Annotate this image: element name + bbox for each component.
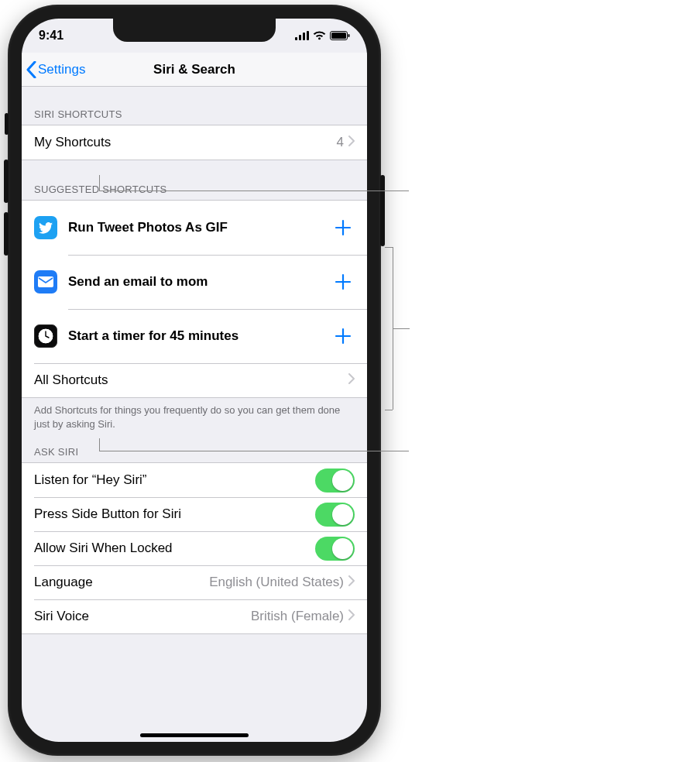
nav-title: Siri & Search [153,62,235,77]
add-shortcut-button[interactable] [331,216,355,239]
callout-line [393,328,410,329]
notch [113,19,276,42]
suggested-shortcuts-footer: Add Shortcuts for things you frequently … [22,398,367,434]
my-shortcuts-label: My Shortcuts [34,135,337,150]
plus-icon [335,273,352,290]
my-shortcuts-count: 4 [337,135,344,150]
callout-line [99,175,100,190]
cellular-signal-icon [295,31,309,40]
chevron-right-icon [348,372,355,388]
suggested-shortcut-row[interactable]: Send an email to mom [22,255,367,309]
all-shortcuts-cell[interactable]: All Shortcuts [22,363,367,397]
plus-icon [335,219,352,236]
suggested-shortcut-title: Run Tweet Photos As GIF [68,220,228,235]
svg-rect-2 [348,34,350,37]
section-header-ask-siri: Ask Siri [22,434,367,462]
callout-bracket [385,247,393,248]
siri-locked-toggle[interactable] [315,537,355,561]
all-shortcuts-label: All Shortcuts [34,372,348,388]
clock-icon [34,324,57,348]
mail-icon [34,270,57,293]
press-side-label: Press Side Button for Siri [34,506,315,522]
nav-back-label: Settings [38,62,85,77]
siri-locked-cell: Allow Siri When Locked [22,531,367,565]
home-indicator[interactable] [140,733,249,737]
side-power-button[interactable] [380,175,385,246]
nav-back-button[interactable]: Settings [26,53,85,86]
chevron-left-icon [26,61,36,78]
callout-line [99,190,409,191]
add-shortcut-button[interactable] [331,270,355,293]
suggested-shortcut-title: Send an email to mom [68,274,208,290]
add-shortcut-button[interactable] [331,324,355,348]
chevron-right-icon [348,575,355,590]
settings-scroll[interactable]: Siri Shortcuts My Shortcuts 4 Suggested … [22,87,367,742]
siri-voice-cell[interactable]: Siri Voice British (Female) [22,599,367,633]
section-header-suggested: Suggested Shortcuts [22,160,367,200]
siri-locked-label: Allow Siri When Locked [34,541,315,556]
svg-rect-1 [331,33,346,39]
language-cell[interactable]: Language English (United States) [22,565,367,599]
section-header-siri-shortcuts: Siri Shortcuts [22,87,367,125]
language-value: English (United States) [209,575,344,590]
twitter-icon [34,216,57,239]
suggested-shortcut-title: Start a timer for 45 minutes [68,328,238,344]
nav-bar: Settings Siri & Search [22,53,367,87]
status-time: 9:41 [39,29,63,43]
volume-up-button[interactable] [4,160,9,203]
press-side-cell: Press Side Button for Siri [22,497,367,531]
svg-rect-3 [38,276,53,287]
siri-voice-label: Siri Voice [34,609,251,624]
hey-siri-cell: Listen for “Hey Siri” [22,463,367,497]
hey-siri-toggle[interactable] [315,469,355,493]
suggested-shortcut-row[interactable]: Run Tweet Photos As GIF [22,201,367,255]
iphone-frame: 9:41 Settings Siri & Search Siri [8,5,381,756]
chevron-right-icon [348,135,355,150]
volume-down-button[interactable] [4,212,9,256]
plus-icon [335,328,352,345]
battery-icon [330,31,350,40]
wifi-icon [313,31,326,40]
press-side-toggle[interactable] [315,503,355,527]
callout-bracket [385,410,393,410]
chevron-right-icon [348,609,355,624]
hey-siri-label: Listen for “Hey Siri” [34,472,315,488]
language-label: Language [34,575,209,590]
siri-voice-value: British (Female) [251,609,344,624]
mute-switch[interactable] [5,113,9,135]
my-shortcuts-cell[interactable]: My Shortcuts 4 [22,125,367,160]
suggested-shortcut-row[interactable]: Start a timer for 45 minutes [22,309,367,363]
callout-line [99,438,100,451]
callout-line [99,451,409,451]
